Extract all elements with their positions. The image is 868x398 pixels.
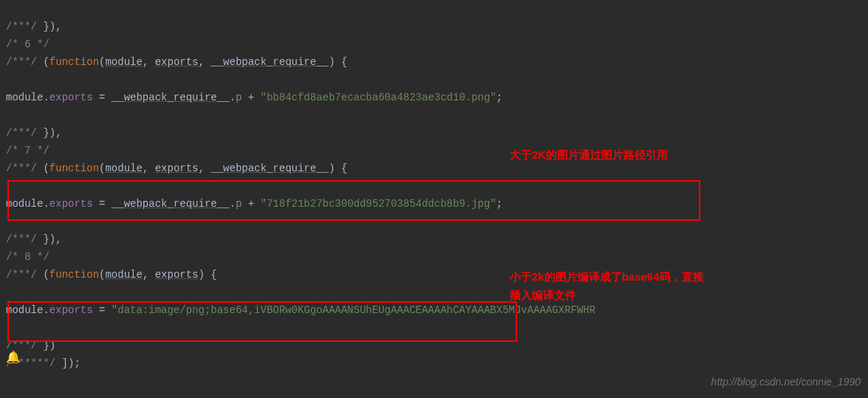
code-text: ]); [55,357,81,369]
annotation-large-image: 大于2K的图片通过图片路径引用 [510,146,668,164]
param-exports: exports [155,162,199,174]
identifier-module: module [6,304,43,316]
comment-marker: /***/ [6,21,37,32]
code-text: }), [37,21,62,32]
punct: , [143,269,155,281]
punct: ) { [329,56,347,68]
watermark-text: http://blog.csdn.net/connie_1990 [711,373,861,391]
webpack-require-ref: __webpack_require__ [112,92,230,103]
punct: = [93,92,112,103]
string-base64-data: "data:image/png;base64,iVBORw0KGgoAAAANS… [112,304,595,316]
param-webpack-require: __webpack_require__ [211,56,329,68]
param-webpack-require: __webpack_require__ [211,162,329,174]
punct: + [242,92,260,103]
identifier-module: module [6,92,43,103]
code-text: }) [37,340,55,351]
param-exports: exports [155,56,199,68]
punct: ) { [199,269,217,281]
comment-marker: /***/ [6,127,37,139]
code-text: }), [37,127,62,139]
prop-exports: exports [49,304,93,316]
keyword-function: function [49,269,99,281]
punct: + [242,198,260,210]
code-editor[interactable]: /***/ }), /* 6 */ /***/ (function(module… [0,0,868,372]
notification-bell-icon[interactable]: 🔔 [6,349,21,367]
param-module: module [105,56,142,68]
comment-block-8: /* 8 */ [6,251,49,263]
annotation-small-image-2: 插入编译文件 [510,287,576,304]
string-png-hash: "bb84cfd8aeb7ecacba60a4823ae3cd10.png" [261,92,496,103]
code-text: ( [37,269,49,281]
webpack-require-ref: __webpack_require__ [112,198,230,210]
comment-block-7: /* 7 */ [6,145,49,157]
code-text: }), [37,233,62,245]
param-exports: exports [155,269,199,281]
comment-marker: /***/ [6,269,37,281]
comment-marker: /***/ [6,162,37,174]
punct: = [93,198,112,210]
comment-marker: /***/ [6,233,37,245]
code-text: ( [37,56,49,68]
prop-exports: exports [49,92,93,103]
prop-exports: exports [49,198,93,210]
punct: , [199,162,211,174]
punct: ; [496,92,502,103]
string-jpg-hash: "718f21b27bc300dd952703854ddcb8b9.jpg" [261,198,496,210]
identifier-module: module [6,198,43,210]
annotation-small-image-1: 小于2k的图片编译成了base64码，直接 [510,268,704,286]
punct: , [143,162,155,174]
code-text: ( [37,162,49,174]
punct: ; [496,198,502,210]
punct: , [199,56,211,68]
punct: . [230,92,236,103]
keyword-function: function [49,162,99,174]
param-module: module [105,269,142,281]
punct: , [143,56,155,68]
comment-marker: /***/ [6,56,37,68]
punct: ) { [329,162,347,174]
punct: . [43,198,49,210]
param-module: module [105,162,142,174]
punct: . [43,304,49,316]
keyword-function: function [49,56,99,68]
punct: . [43,92,49,103]
punct: . [230,198,236,210]
comment-block-6: /* 6 */ [6,38,49,50]
punct: = [93,304,112,316]
